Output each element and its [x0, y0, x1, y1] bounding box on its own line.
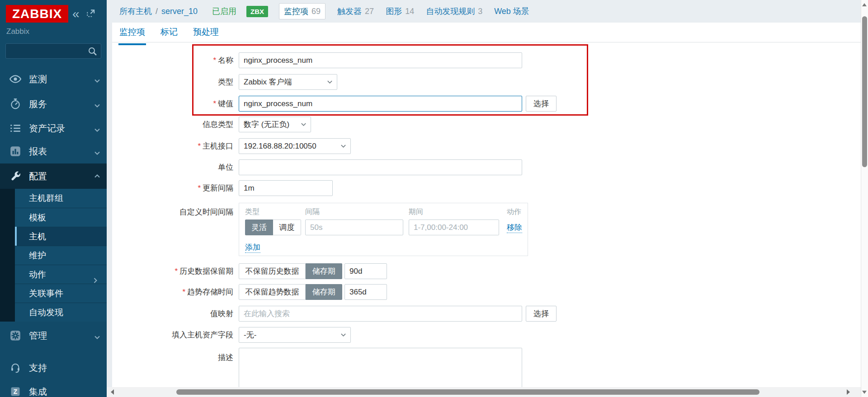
sidebar: ZABBIX « Zabbix 监测: [0, 0, 107, 397]
stopwatch-icon: [9, 98, 22, 110]
info-type-select[interactable]: 数字 (无正负): [239, 117, 311, 132]
required-asterisk: *: [175, 267, 178, 276]
description-label: 描述: [112, 350, 233, 365]
host-interface-label: *主机接口: [112, 138, 233, 154]
info-type-label: 信息类型: [112, 117, 233, 132]
col-period: 期间: [409, 207, 423, 217]
required-asterisk: *: [213, 56, 216, 65]
key-select-button[interactable]: 选择: [526, 96, 557, 112]
bar-chart-icon: [9, 145, 22, 158]
sidebar-item-reports[interactable]: 报表: [0, 141, 107, 161]
sidebar-item-inventory[interactable]: 资产记录: [0, 118, 107, 138]
required-asterisk: *: [198, 142, 201, 150]
list-icon: [9, 122, 22, 135]
add-link[interactable]: 添加: [245, 242, 260, 253]
value-map-select-button[interactable]: 选择: [526, 306, 557, 322]
required-asterisk: *: [198, 184, 201, 192]
col-type: 类型: [245, 207, 259, 217]
sidebar-search-input[interactable]: [5, 43, 101, 59]
chevron-down-icon: [94, 148, 100, 159]
zbx-agent-badge: ZBX: [246, 6, 268, 17]
breadcrumb-separator: /: [156, 7, 158, 16]
history-off-button[interactable]: 不保留历史数据: [239, 263, 306, 279]
nav-triggers[interactable]: 触发器 27: [337, 6, 374, 17]
trends-label: *趋势存储时间: [112, 284, 233, 300]
update-interval-label: *更新间隔: [112, 180, 233, 196]
history-label: *历史数据保留期: [112, 263, 233, 279]
inventory-label: 填入主机资产字段: [112, 327, 233, 343]
sidebar-item-configuration[interactable]: 配置: [0, 163, 107, 189]
nav-items[interactable]: 监控项 69: [279, 3, 326, 19]
entity-nav: 监控项 69 触发器 27 图形 14 自动发现规则 3 Web 场景: [279, 3, 533, 19]
period-input[interactable]: [409, 220, 499, 235]
submenu-host-groups[interactable]: 主机群组: [15, 189, 107, 208]
submenu-hosts[interactable]: 主机: [15, 227, 107, 246]
submenu-actions[interactable]: 动作: [15, 265, 107, 284]
chevron-down-icon: [301, 121, 307, 127]
sidebar-item-integrations[interactable]: Z 集成: [0, 382, 107, 397]
chevron-down-icon: [94, 332, 100, 343]
inventory-select[interactable]: -无-: [239, 327, 351, 343]
vertical-scrollbar[interactable]: [861, 0, 868, 397]
brand-name: Zabbix: [6, 27, 29, 36]
host-status-enabled: 已启用: [212, 6, 236, 17]
sidebar-item-support[interactable]: 支持: [0, 358, 107, 377]
chevron-down-icon: [340, 332, 346, 338]
configuration-submenu: 主机群组 模板 主机 维护 动作 关联事件 自动发现: [0, 189, 107, 322]
name-input[interactable]: [239, 52, 522, 68]
chevron-down-icon: [327, 79, 333, 85]
name-label: *名称: [112, 52, 233, 68]
key-input[interactable]: [239, 96, 522, 112]
history-storage-button[interactable]: 储存期: [306, 263, 342, 279]
scheduling-button[interactable]: 调度: [273, 220, 301, 235]
sidebar-item-monitoring[interactable]: 监测: [0, 69, 107, 89]
chevron-down-icon: [94, 101, 100, 111]
breadcrumb-all-hosts[interactable]: 所有主机: [119, 6, 152, 17]
scroll-down-arrow[interactable]: [862, 391, 867, 394]
units-input[interactable]: [239, 159, 522, 175]
tab-separator: [112, 42, 861, 42]
scroll-right-arrow[interactable]: [847, 389, 850, 395]
trends-storage-button[interactable]: 储存期: [306, 284, 342, 300]
horizontal-scroll-thumb[interactable]: [176, 389, 760, 395]
nav-web-scenarios[interactable]: Web 场景: [494, 6, 533, 17]
sidebar-item-services[interactable]: 服务: [0, 94, 107, 114]
flexible-button[interactable]: 灵活: [245, 220, 273, 235]
submenu-templates[interactable]: 模板: [15, 208, 107, 227]
trends-value-input[interactable]: [344, 284, 387, 300]
horizontal-scrollbar[interactable]: [107, 387, 861, 397]
breadcrumb-bar: 所有主机 / server_10 已启用 ZBX 监控项 69 触发器 27 图…: [107, 0, 861, 23]
trends-off-button[interactable]: 不保留趋势数据: [239, 284, 306, 300]
scroll-up-arrow[interactable]: [862, 3, 867, 6]
interval-input[interactable]: [305, 220, 403, 235]
remove-link[interactable]: 移除: [507, 222, 522, 233]
items-count: 69: [311, 7, 321, 16]
nav-graphs[interactable]: 图形 14: [386, 6, 414, 17]
units-label: 单位: [112, 159, 233, 175]
description-textarea[interactable]: [239, 348, 522, 393]
sidebar-item-administration[interactable]: 管理: [0, 326, 107, 346]
host-interface-select[interactable]: 192.168.88.20:10050: [239, 138, 351, 154]
vertical-scroll-thumb[interactable]: [862, 16, 867, 167]
nav-discovery-rules[interactable]: 自动发现规则 3: [426, 6, 482, 17]
value-map-input[interactable]: [239, 306, 522, 322]
selected-indicator: [15, 227, 17, 246]
z-badge-icon: Z: [9, 385, 22, 397]
history-value-input[interactable]: [344, 263, 387, 279]
submenu-maintenance[interactable]: 维护: [15, 246, 107, 265]
triggers-count: 27: [365, 7, 374, 16]
gear-icon: [9, 329, 22, 342]
type-select[interactable]: Zabbix 客户端: [239, 74, 337, 90]
breadcrumb-host[interactable]: server_10: [161, 7, 198, 16]
submenu-discovery[interactable]: 自动发现: [15, 303, 107, 322]
type-label: 类型: [112, 74, 233, 90]
zabbix-logo[interactable]: ZABBIX: [6, 5, 68, 23]
collapse-sidebar-icon[interactable]: «: [72, 7, 80, 21]
value-map-label: 值映射: [112, 306, 233, 322]
expand-fullscreen-icon[interactable]: [86, 8, 96, 20]
search-icon: [87, 46, 98, 57]
update-interval-input[interactable]: [239, 180, 333, 196]
col-interval: 间隔: [305, 207, 320, 217]
scroll-left-arrow[interactable]: [111, 389, 114, 395]
submenu-event-correlation[interactable]: 关联事件: [15, 284, 107, 303]
